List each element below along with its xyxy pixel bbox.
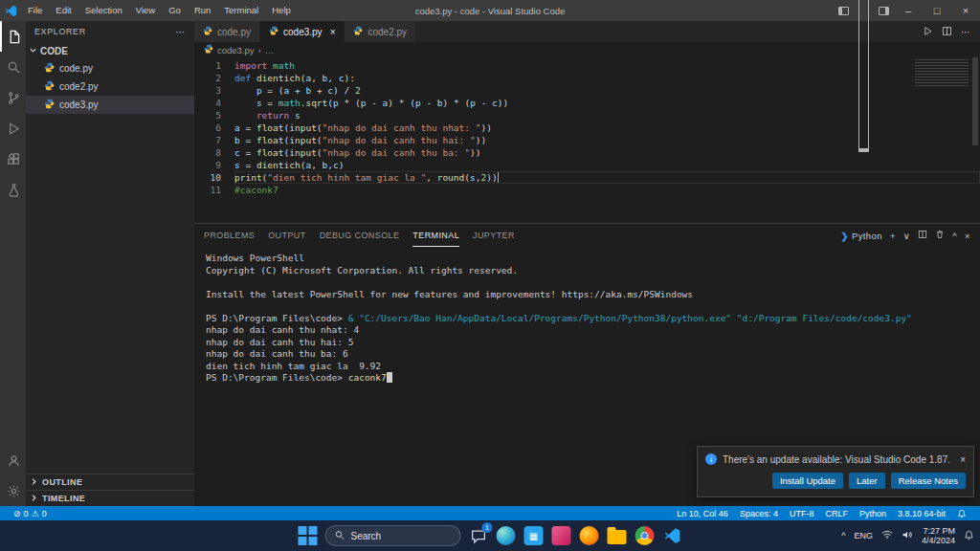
menu-file[interactable]: File [21, 0, 49, 21]
explorer-more-actions-icon[interactable]: ⋯ [175, 27, 186, 37]
account-icon[interactable] [0, 445, 26, 475]
close-tab-icon[interactable]: × [330, 27, 336, 37]
menu-edit[interactable]: Edit [49, 0, 78, 21]
indentation-status[interactable]: Spaces: 4 [736, 509, 782, 518]
code-line[interactable]: p = (a + b + c) / 2 [234, 84, 980, 97]
menu-view[interactable]: View [129, 0, 162, 21]
taskbar-firefox-icon[interactable] [579, 525, 600, 546]
maximize-panel-icon[interactable]: ^ [952, 231, 957, 241]
install-update-button[interactable]: Install Update [772, 473, 843, 489]
file-row-code-py[interactable]: code.py [26, 59, 194, 77]
menu-go[interactable]: Go [162, 0, 188, 21]
run-file-button[interactable] [923, 26, 933, 38]
tab-code3-py[interactable]: code3.py × [260, 21, 345, 42]
taskbar-chrome-icon[interactable] [635, 525, 656, 546]
taskbar-file-explorer-icon[interactable] [607, 525, 628, 546]
volume-icon[interactable] [902, 530, 913, 541]
folder-row-code[interactable]: CODE [26, 42, 194, 59]
file-row-code3-py[interactable]: code3.py [26, 96, 194, 114]
menu-help[interactable]: Help [265, 0, 298, 21]
close-window-button[interactable]: × [951, 0, 980, 21]
code-editor[interactable]: 1234567891011 import mathdef dientich(a,… [194, 57, 980, 223]
line-number[interactable]: 11 [194, 184, 221, 196]
outline-section[interactable]: OUTLINE [26, 474, 194, 490]
line-number[interactable]: 2 [194, 72, 221, 84]
line-number[interactable]: 6 [194, 121, 221, 134]
kill-terminal-icon[interactable] [935, 230, 945, 241]
close-panel-icon[interactable]: × [965, 231, 970, 241]
toggle-secondary-sidebar-icon[interactable] [879, 7, 889, 15]
tab-code-py[interactable]: code.py [194, 21, 260, 42]
panel-tab-output[interactable]: OUTPUT [268, 224, 305, 247]
split-editor-button[interactable] [942, 26, 952, 38]
release-notes-button[interactable]: Release Notes [891, 473, 966, 489]
code-line[interactable]: print("dien tich hinh tam giac la ", rou… [234, 171, 980, 184]
tab-code2-py[interactable]: code2.py [345, 21, 416, 42]
taskbar-clock[interactable]: 7:27 PM 4/4/2024 [922, 526, 955, 546]
minimize-button[interactable]: – [894, 0, 923, 21]
run-debug-icon[interactable] [0, 113, 26, 143]
panel-tab-terminal[interactable]: TERMINAL [412, 224, 459, 247]
code-line[interactable]: def dientich(a, b, c): [234, 72, 980, 84]
search-icon[interactable] [0, 52, 26, 82]
eol-status[interactable]: CRLF [821, 509, 852, 518]
close-notification-icon[interactable]: × [960, 454, 966, 465]
file-row-code2-py[interactable]: code2.py [26, 77, 194, 96]
breadcrumb-symbol[interactable]: … [265, 45, 275, 55]
panel-tab-problems[interactable]: PROBLEMS [204, 224, 255, 247]
toggle-sidebar-icon[interactable] [838, 7, 849, 15]
panel-tab-jupyter[interactable]: JUPYTER [473, 224, 515, 247]
line-number[interactable]: 10 [194, 171, 221, 184]
taskbar-search-box[interactable]: Search [325, 525, 461, 546]
language-status[interactable]: Python [856, 509, 890, 518]
menu-selection[interactable]: Selection [78, 0, 129, 21]
taskbar-vscode-icon[interactable] [662, 525, 683, 546]
terminal-dropdown-icon[interactable]: ∨ [903, 231, 910, 241]
code-line[interactable]: a = float(input("nhap do dai canh thu nh… [234, 121, 980, 134]
line-number[interactable]: 3 [194, 84, 221, 97]
line-number[interactable]: 7 [194, 134, 221, 146]
code-line[interactable]: #caconk7 [234, 184, 980, 196]
split-terminal-icon[interactable] [918, 230, 927, 241]
encoding-status[interactable]: UTF-8 [786, 509, 818, 518]
notifications-bell-icon[interactable] [953, 509, 970, 518]
maximize-button[interactable]: □ [923, 0, 951, 21]
cursor-position-status[interactable]: Ln 10, Col 46 [673, 509, 732, 518]
terminal-profile-selector[interactable]: ❯ Python [841, 231, 882, 241]
code-line[interactable]: return s [234, 109, 980, 121]
problems-status[interactable]: ⊘ 0 ⚠ 0 [10, 509, 51, 518]
line-number[interactable]: 1 [194, 59, 221, 72]
explorer-icon[interactable] [0, 21, 26, 52]
later-button[interactable]: Later [849, 473, 885, 489]
source-control-icon[interactable] [0, 82, 26, 113]
line-number[interactable]: 8 [194, 146, 221, 159]
new-terminal-button[interactable]: + [890, 231, 896, 241]
testing-icon[interactable] [0, 174, 26, 205]
taskbar-photos-icon[interactable] [551, 525, 572, 546]
settings-gear-icon[interactable] [0, 475, 26, 506]
tray-language[interactable]: ENG [854, 531, 873, 540]
code-line[interactable]: import math [234, 59, 980, 72]
taskbar-store-icon[interactable]: ▦ [523, 525, 545, 546]
tray-chevron-up-icon[interactable]: ^ [841, 531, 845, 540]
code-line[interactable]: b = float(input("nhap do dai canh thu ha… [234, 134, 980, 146]
notification-center-icon[interactable] [964, 530, 974, 542]
start-button[interactable] [298, 525, 319, 546]
editor-more-actions-icon[interactable]: ⋯ [961, 27, 970, 37]
extensions-icon[interactable] [0, 143, 26, 174]
line-number[interactable]: 4 [194, 97, 221, 109]
timeline-section[interactable]: TIMELINE [26, 490, 194, 506]
editor-scrollbar[interactable] [972, 57, 978, 145]
code-line[interactable]: s = dientich(a, b,c) [234, 159, 980, 171]
taskbar-chat-icon[interactable]: 1 [468, 525, 489, 546]
taskbar-edge-icon[interactable] [496, 525, 517, 546]
menu-terminal[interactable]: Terminal [217, 0, 265, 21]
menu-run[interactable]: Run [188, 0, 217, 21]
python-interpreter-status[interactable]: 3.8.10 64-bit [894, 509, 949, 518]
line-number[interactable]: 9 [194, 159, 221, 171]
code-line[interactable]: s = math.sqrt(p * (p - a) * (p - b) * (p… [234, 97, 980, 109]
minimap[interactable] [915, 59, 969, 88]
breadcrumb-file[interactable]: code3.py [217, 45, 255, 55]
wifi-icon[interactable] [881, 530, 893, 541]
code-line[interactable]: c = float(input("nhap do dai canh thu ba… [234, 146, 980, 159]
